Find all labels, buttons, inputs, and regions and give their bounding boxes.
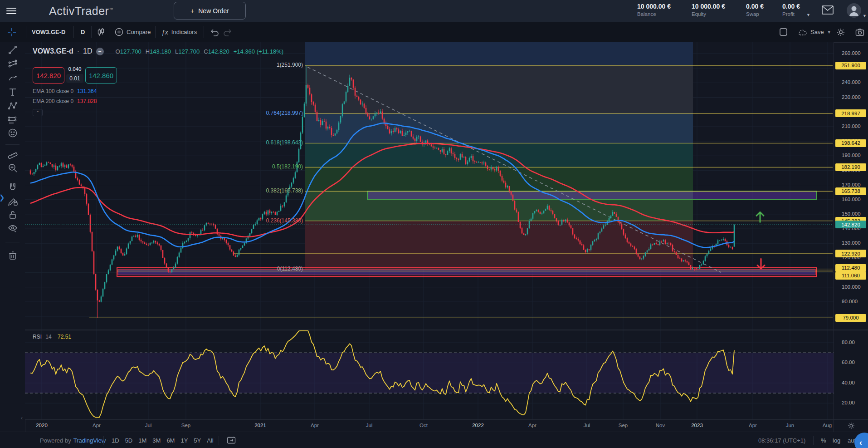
range-button-5d[interactable]: 5D <box>125 437 133 444</box>
emoji-icon[interactable] <box>7 128 18 138</box>
price-chart[interactable] <box>25 42 834 330</box>
rsi-axis-tick: 40.00 <box>842 380 855 385</box>
ema100-legend[interactable]: EMA 100 close 0131.364 <box>33 88 97 94</box>
clock[interactable]: 08:36:17 (UTC+1) <box>758 432 805 448</box>
crosshair-mode-icon[interactable] <box>7 22 17 42</box>
time-axis-label: 2022 <box>472 423 484 428</box>
avatar-dropdown-caret[interactable]: ▼ <box>863 14 867 18</box>
price-level-badge: 112.480 <box>835 264 866 272</box>
fib-tools-icon[interactable] <box>7 59 18 70</box>
forecast-icon[interactable] <box>7 114 18 125</box>
interval-button[interactable]: D <box>81 22 85 42</box>
time-axis-label: Jun <box>786 423 795 428</box>
price-axis-tick: 190.000 <box>842 153 861 158</box>
price-axis-tick: 150.000 <box>842 211 861 217</box>
swap-block: 0.00 €Swap <box>746 3 764 17</box>
legend-interval[interactable]: 1D <box>83 47 92 55</box>
demand-zone-inner <box>118 269 815 275</box>
range-button-1d[interactable]: 1D <box>112 437 119 444</box>
time-axis-label: Jul <box>366 423 373 428</box>
app-header: ActivTrader™ + New Order 10 000.00 €Bala… <box>0 0 868 22</box>
fib-band <box>305 167 693 191</box>
range-button-all[interactable]: All <box>207 437 213 444</box>
compare-button[interactable]: Compare <box>115 22 151 42</box>
change-value: +14.360 (+11.18%) <box>234 48 283 55</box>
undo-icon[interactable] <box>210 22 219 42</box>
drawing-lock-icon[interactable] <box>7 196 18 207</box>
price-axis-tick: 130.000 <box>842 240 861 246</box>
price-axis[interactable] <box>834 42 868 432</box>
profit-dropdown-caret[interactable]: ▼ <box>806 13 810 17</box>
range-buttons: 1D5D1M3M6M1Y5YAll <box>112 432 219 448</box>
mail-icon[interactable] <box>822 5 834 15</box>
eye-icon[interactable] <box>7 223 18 234</box>
avatar[interactable] <box>846 3 862 18</box>
buy-button[interactable]: 142.860 <box>85 67 117 84</box>
lock-icon[interactable] <box>7 209 18 220</box>
rsi-pane[interactable] <box>25 330 834 419</box>
rsi-axis-tick: 80.00 <box>842 340 855 345</box>
price-axis-tick: 230.000 <box>842 94 861 100</box>
time-axis-label: 2023 <box>691 423 703 428</box>
fx-icon: ƒx <box>161 29 168 36</box>
text-icon[interactable] <box>7 87 18 98</box>
collapse-legend-chevron[interactable]: ⌃ <box>33 109 43 116</box>
plus-icon: + <box>190 7 194 15</box>
price-level-badge: 251.900 <box>835 62 866 69</box>
new-order-button[interactable]: + New Order <box>174 2 246 20</box>
zoom-in-icon[interactable] <box>7 162 18 173</box>
chart-style-icon[interactable] <box>97 22 106 42</box>
range-button-3m[interactable]: 3M <box>152 437 161 444</box>
trash-icon[interactable] <box>7 250 18 261</box>
price-level-badge: 198.642 <box>835 139 866 147</box>
rsi-legend[interactable]: RSI 14 72.51 <box>33 334 71 340</box>
legend-symbol[interactable]: VOW3.GE-d <box>33 47 73 55</box>
time-axis-label: Apr <box>93 423 101 428</box>
symbol-button[interactable]: VOW3.GE-D <box>32 22 65 42</box>
time-axis-gear-icon[interactable] <box>847 422 855 430</box>
balance-block: 10 000.00 €Balance <box>637 3 671 17</box>
settings-gear-icon[interactable] <box>836 22 845 42</box>
fib-band <box>305 143 693 167</box>
sell-button[interactable]: 142.820 <box>33 67 64 84</box>
range-button-5y[interactable]: 5Y <box>194 437 201 444</box>
remove-series-icon[interactable]: – <box>96 48 104 55</box>
price-axis-tick: 160.000 <box>842 197 861 202</box>
tradingview-link[interactable]: TradingView <box>73 437 106 444</box>
equity-block: 10 000.00 €Equity <box>692 3 725 17</box>
panel-layout-icon[interactable] <box>779 22 788 42</box>
pane-scroll-chevron[interactable]: ‹ <box>21 415 23 421</box>
percent-scale-button[interactable]: % <box>821 432 826 448</box>
time-axis-label: Oct <box>419 423 428 428</box>
goto-date-icon[interactable] <box>227 432 236 448</box>
indicators-button[interactable]: ƒx Indicators <box>161 22 197 42</box>
time-axis-label: 2021 <box>254 423 266 428</box>
range-button-6m[interactable]: 6M <box>166 437 175 444</box>
fib-level-label: 0.382(165.738) <box>266 187 303 194</box>
brush-icon[interactable] <box>7 73 18 84</box>
time-axis-label: Sep <box>181 423 190 428</box>
rsi-axis-tick: 60.00 <box>842 359 855 365</box>
ema200-legend[interactable]: EMA 200 close 0137.828 <box>33 98 97 104</box>
price-level-badge: 182.190 <box>835 163 866 171</box>
time-axis-label: 2020 <box>36 423 48 428</box>
plus-circle-icon <box>115 28 123 36</box>
ruler-icon[interactable] <box>7 149 18 160</box>
price-level-badge: 79.000 <box>835 314 866 322</box>
redo-icon[interactable] <box>223 22 232 42</box>
save-layout-button[interactable]: Save ▼ <box>797 22 831 42</box>
price-level-badge: 218.997 <box>835 109 866 117</box>
log-scale-button[interactable]: log <box>833 432 840 448</box>
magnet-icon[interactable] <box>7 182 18 193</box>
chart-legend: VOW3.GE-d · 1D – O127.700 H143.180 L127.… <box>33 47 283 55</box>
screenshot-camera-icon[interactable] <box>855 22 864 42</box>
supply-zone-box[interactable] <box>367 191 816 199</box>
expand-panel-chevron[interactable]: ❯ <box>0 193 5 202</box>
profit-block: 0.00 €Profit <box>782 3 800 17</box>
range-button-1m[interactable]: 1M <box>138 437 146 444</box>
time-axis-label: Nov <box>656 423 665 428</box>
range-button-1y[interactable]: 1Y <box>180 437 188 444</box>
trend-line-icon[interactable] <box>7 44 18 55</box>
menu-icon[interactable] <box>6 8 16 14</box>
pattern-icon[interactable] <box>7 100 18 111</box>
